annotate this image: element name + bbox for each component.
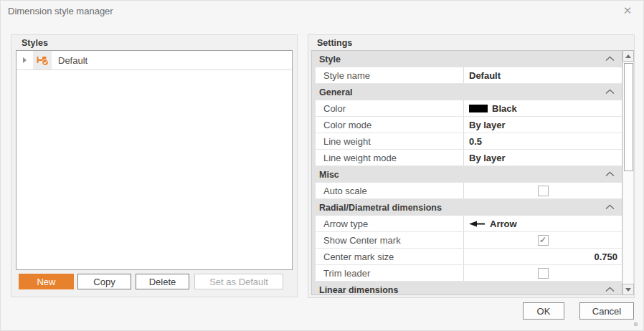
row-show-center-mark[interactable]: Show Center mark [316,232,622,249]
section-misc[interactable]: Misc [312,166,622,183]
section-radial-diametral-dimensions[interactable]: Radial/Diametral dimensions [312,199,622,216]
property-label: Show Center mark [316,232,464,248]
section-general[interactable]: General [312,84,622,100]
settings-grid: Style Style name Default General Color B… [311,50,622,295]
show-center-mark-checkbox[interactable] [538,235,549,246]
property-value[interactable]: By layer [464,150,622,166]
icon-cell [34,51,52,69]
scroll-up-button[interactable] [622,50,634,62]
scrollbar-thumb[interactable] [624,63,633,171]
arrow-left-icon [469,221,486,227]
property-label: Auto scale [316,183,464,198]
ok-button[interactable]: OK [523,302,564,320]
color-value-label: Black [492,103,517,114]
delete-button[interactable]: Delete [136,274,189,289]
dimension-style-manager-dialog: Dimension style manager ✕ Styles [0,0,644,331]
collapse-chevron-icon[interactable] [605,89,615,95]
section-label: Misc [319,170,339,180]
property-label: Color mode [316,117,464,133]
property-label: Trim leader [316,265,464,281]
row-color-mode[interactable]: Color mode By layer [316,117,622,133]
property-value [464,265,622,281]
close-icon[interactable]: ✕ [620,4,635,18]
collapse-chevron-icon[interactable] [605,287,615,292]
row-auto-scale[interactable]: Auto scale [316,183,622,199]
property-label: Line weight mode [316,150,464,166]
section-label: Style [319,54,341,64]
property-label: Color [316,100,464,116]
scrollbar-track[interactable] [622,62,634,284]
collapse-chevron-icon[interactable] [605,56,615,62]
property-value[interactable]: Arrow [464,216,622,231]
expander-cell[interactable] [16,51,34,69]
section-label: Radial/Diametral dimensions [319,203,442,213]
property-label: Style name [316,67,464,83]
collapse-chevron-icon[interactable] [605,171,615,177]
property-value[interactable]: Black [464,100,622,116]
color-swatch-black [469,105,488,112]
row-style-name[interactable]: Style name Default [316,67,622,84]
row-line-weight[interactable]: Line weight 0.5 [316,133,622,150]
arrow-down-icon [625,288,631,292]
settings-scrollbar[interactable] [622,50,634,295]
styles-panel-header: Styles [11,35,297,50]
chevron-right-icon [23,57,27,63]
collapse-chevron-icon[interactable] [605,204,615,210]
property-value [464,183,622,198]
style-item-label: Default [58,55,87,66]
auto-scale-checkbox[interactable] [538,186,549,196]
row-center-mark-size[interactable]: Center mark size 0.750 [316,249,622,265]
section-style[interactable]: Style [312,51,622,67]
property-value[interactable]: By layer [464,117,622,133]
property-value[interactable]: Default [464,67,622,83]
scroll-down-button[interactable] [622,284,634,295]
set-as-default-button: Set as Default [194,274,283,289]
section-label: Linear dimensions [319,285,398,295]
property-label: Center mark size [316,249,464,264]
section-label: General [319,87,353,97]
row-line-weight-mode[interactable]: Line weight mode By layer [316,150,622,166]
property-value[interactable]: 0.5 [464,133,622,149]
row-color[interactable]: Color Black [316,100,622,117]
property-value[interactable]: 0.750 [464,249,622,264]
settings-panel-header: Settings [308,35,634,50]
styles-tree-item-default[interactable]: Default [16,51,292,70]
section-linear-dimensions[interactable]: Linear dimensions [312,282,622,295]
row-arrow-type[interactable]: Arrow type Arrow [316,216,622,232]
trim-leader-checkbox[interactable] [538,268,549,279]
dimension-style-icon [37,54,49,66]
resize-grip[interactable] [634,322,638,326]
property-label: Arrow type [316,216,464,231]
dialog-title: Dimension style manager [8,6,113,16]
settings-panel: Settings Style Style name Default Genera… [308,34,635,298]
arrow-type-value-label: Arrow [490,219,517,229]
property-label: Line weight [316,133,464,149]
new-button[interactable]: New [19,274,74,289]
styles-tree[interactable]: Default [16,50,293,270]
property-value [464,232,622,248]
arrow-up-icon [625,54,631,58]
styles-panel: Styles Default New Copy [11,34,298,297]
cancel-button[interactable]: Cancel [579,302,634,320]
row-trim-leader[interactable]: Trim leader [316,265,622,282]
copy-button[interactable]: Copy [77,274,131,289]
